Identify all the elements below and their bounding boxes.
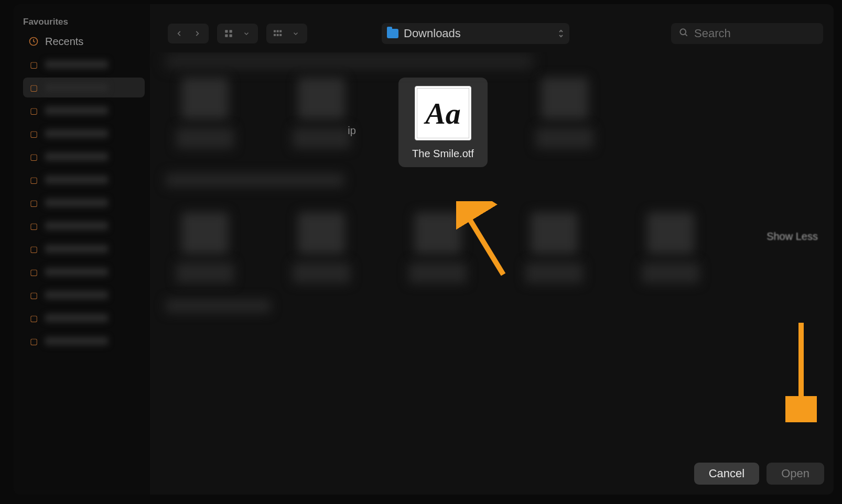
- blurred-label: [45, 60, 108, 69]
- sidebar-item-blurred[interactable]: ▢: [23, 54, 145, 74]
- updown-icon: [558, 29, 564, 38]
- nav-buttons: [168, 24, 209, 43]
- folder-icon: [387, 29, 398, 38]
- blurred-row: [166, 299, 271, 313]
- svg-rect-4: [230, 35, 232, 37]
- file-item-blurred[interactable]: ip: [282, 78, 361, 167]
- sidebar-item-blurred[interactable]: ▢: [23, 170, 145, 190]
- blurred-label: [45, 337, 108, 345]
- sidebar-item-blurred[interactable]: ▢: [23, 285, 145, 305]
- blurred-thumbnail: [298, 212, 345, 254]
- folder-icon: ▢: [28, 59, 39, 70]
- chevron-down-icon[interactable]: [239, 27, 254, 40]
- blurred-thumbnail: [298, 78, 345, 119]
- sidebar-item-blurred[interactable]: ▢: [23, 78, 145, 97]
- blurred-thumbnail: [181, 212, 229, 254]
- sidebar-item-blurred[interactable]: ▢: [23, 193, 145, 213]
- blurred-label: [45, 268, 108, 276]
- sidebar-item-blurred[interactable]: ▢: [23, 239, 145, 259]
- blurred-filename: [176, 128, 234, 149]
- svg-rect-5: [274, 30, 276, 32]
- sidebar-item-blurred[interactable]: ▢: [23, 147, 145, 167]
- sidebar-item-blurred[interactable]: ▢: [23, 308, 145, 328]
- toolbar: Downloads: [150, 4, 834, 50]
- svg-rect-3: [225, 35, 228, 37]
- folder-icon: ▢: [28, 151, 39, 162]
- open-button[interactable]: Open: [767, 463, 824, 485]
- blurred-label: [45, 222, 108, 230]
- folder-icon: ▢: [28, 244, 39, 254]
- font-file-thumbnail: Aa: [415, 86, 471, 140]
- location-dropdown[interactable]: Downloads: [382, 23, 569, 44]
- clock-icon: [28, 36, 39, 47]
- svg-point-11: [680, 29, 686, 35]
- icon-view-button[interactable]: [221, 27, 236, 40]
- blurred-filename: [293, 262, 350, 283]
- file-open-dialog: Favourites Recents ▢ ▢ ▢ ▢ ▢ ▢ ▢ ▢ ▢ ▢ ▢…: [14, 4, 834, 495]
- back-button[interactable]: [172, 27, 187, 40]
- file-item-selected[interactable]: Aa The Smile.otf: [398, 78, 488, 167]
- file-item-blurred[interactable]: [282, 212, 361, 283]
- sidebar: Favourites Recents ▢ ▢ ▢ ▢ ▢ ▢ ▢ ▢ ▢ ▢ ▢…: [14, 4, 150, 495]
- location-label: Downloads: [404, 27, 553, 40]
- sidebar-item-recents[interactable]: Recents: [23, 31, 145, 51]
- blurred-label: [45, 199, 108, 207]
- view-mode-buttons: [217, 24, 258, 43]
- folder-icon: ▢: [28, 128, 39, 139]
- dialog-footer: Cancel Open: [150, 453, 834, 495]
- file-item-blurred[interactable]: [525, 78, 604, 167]
- blurred-filename: [536, 128, 593, 149]
- forward-button[interactable]: [190, 27, 204, 40]
- sidebar-item-blurred[interactable]: ▢: [23, 331, 145, 351]
- sidebar-section-title: Favourites: [23, 17, 145, 27]
- sidebar-item-blurred[interactable]: ▢: [23, 101, 145, 120]
- blurred-label: [45, 129, 108, 138]
- file-item-blurred[interactable]: [166, 212, 244, 283]
- blurred-thumbnail: [541, 78, 588, 119]
- svg-rect-6: [277, 30, 279, 32]
- folder-icon: ▢: [28, 221, 39, 231]
- group-icon: [271, 27, 285, 40]
- sidebar-item-blurred[interactable]: ▢: [23, 262, 145, 282]
- blurred-label: [45, 291, 108, 299]
- search-icon: [678, 27, 689, 40]
- sidebar-item-label: Recents: [45, 36, 83, 48]
- search-field[interactable]: [671, 23, 823, 44]
- blurred-label: [45, 314, 108, 322]
- show-less-link[interactable]: Show Less: [767, 231, 818, 243]
- blurred-filename: [642, 262, 699, 283]
- blurred-filename: [525, 262, 583, 283]
- blurred-filename: [293, 128, 350, 149]
- blurred-thumbnail: [181, 78, 229, 119]
- file-item-blurred[interactable]: [166, 78, 244, 167]
- blurred-label: [45, 245, 108, 253]
- blurred-thumbnail: [531, 212, 578, 254]
- blurred-filename: [409, 262, 467, 283]
- svg-rect-8: [274, 34, 276, 36]
- sidebar-item-blurred[interactable]: ▢: [23, 216, 145, 236]
- blurred-filename: [176, 262, 234, 283]
- blurred-label: [45, 176, 108, 184]
- group-options-button[interactable]: [266, 24, 307, 43]
- file-item-blurred[interactable]: [398, 212, 477, 283]
- sidebar-item-blurred[interactable]: ▢: [23, 124, 145, 144]
- folder-icon: ▢: [28, 313, 39, 323]
- blurred-thumbnail: [414, 212, 461, 254]
- folder-icon: ▢: [28, 336, 39, 346]
- blurred-label: [45, 152, 108, 161]
- folder-icon: ▢: [28, 198, 39, 208]
- svg-rect-1: [225, 30, 228, 32]
- cancel-button[interactable]: Cancel: [694, 463, 759, 485]
- selected-filename: The Smile.otf: [412, 148, 474, 160]
- file-grid: [150, 208, 834, 283]
- chevron-down-icon: [288, 27, 303, 40]
- blurred-thumbnail: [647, 212, 694, 254]
- folder-icon: ▢: [28, 105, 39, 116]
- file-item-blurred[interactable]: [631, 212, 710, 283]
- search-input[interactable]: [694, 27, 816, 40]
- svg-rect-10: [279, 34, 282, 36]
- blurred-row: [166, 173, 344, 187]
- folder-icon: ▢: [28, 290, 39, 300]
- file-item-blurred[interactable]: [515, 212, 593, 283]
- svg-rect-7: [279, 30, 282, 32]
